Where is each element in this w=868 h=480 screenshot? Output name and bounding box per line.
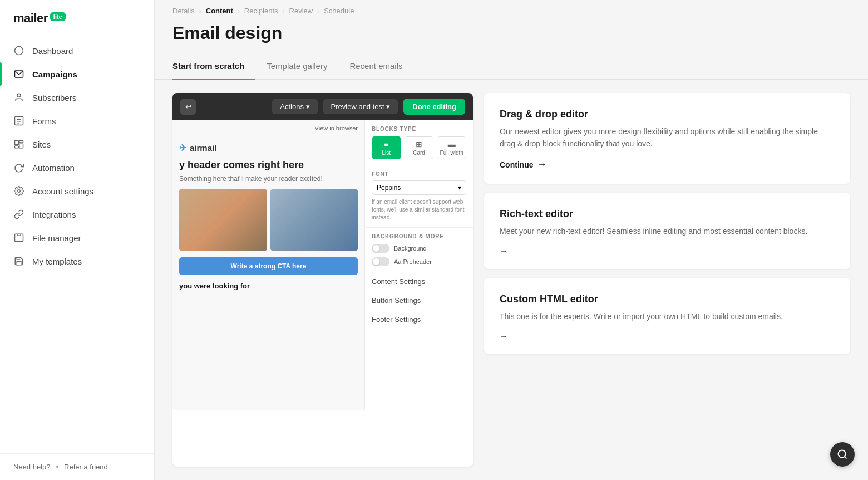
- block-card-button[interactable]: ⊞ Card: [405, 136, 434, 159]
- font-note: If an email client doesn't support web f…: [372, 198, 466, 222]
- refer-link[interactable]: Refer a friend: [64, 463, 108, 471]
- sidebar-item-my-templates[interactable]: My templates: [0, 249, 154, 273]
- logo-text: mailer: [13, 11, 48, 26]
- preview-back-button[interactable]: ↩: [180, 99, 196, 115]
- breadcrumb-sep-2: ›: [238, 7, 240, 15]
- breadcrumb-recipients[interactable]: Recipients: [244, 7, 278, 15]
- rich-text-desc: Meet your new rich-text editor! Seamless…: [500, 226, 835, 238]
- sidebar-item-account-settings[interactable]: Account settings: [0, 179, 154, 203]
- breadcrumb-review[interactable]: Review: [289, 7, 313, 15]
- custom-html-desc: This one is for the experts. Write or im…: [500, 311, 835, 323]
- email-images: [179, 189, 358, 251]
- my-templates-icon: [13, 256, 24, 267]
- svg-line-14: [845, 457, 847, 459]
- sidebar-item-label: Subscribers: [32, 93, 76, 102]
- drag-drop-desc: Our newest editor gives you more design …: [500, 126, 835, 150]
- help-link[interactable]: Need help?: [13, 463, 51, 471]
- preheader-row: Aa Preheader: [372, 257, 466, 266]
- sites-icon: [13, 139, 24, 150]
- sidebar-item-sites[interactable]: Sites: [0, 133, 154, 156]
- sidebar-item-label: My templates: [32, 257, 82, 266]
- sidebar: mailer lite Dashboard Campaigns Subscrib…: [0, 0, 155, 480]
- email-cta-button[interactable]: Write a strong CTA here: [179, 257, 358, 275]
- tab-start-from-scratch[interactable]: Start from scratch: [172, 55, 255, 80]
- rich-text-editor-card[interactable]: Rich-text editor Meet your new rich-text…: [484, 193, 850, 269]
- svg-point-0: [15, 47, 23, 55]
- block-list-label: List: [382, 150, 391, 156]
- block-list-button[interactable]: ≡ List: [372, 136, 401, 159]
- sidebar-item-integrations[interactable]: Integrations: [0, 203, 154, 226]
- dashboard-icon: [13, 45, 24, 56]
- brand-name: airmail: [190, 143, 216, 153]
- sidebar-item-label: Campaigns: [32, 70, 77, 79]
- background-toggle[interactable]: [372, 244, 389, 253]
- custom-html-editor-card[interactable]: Custom HTML editor This one is for the e…: [484, 278, 850, 354]
- breadcrumb-schedule[interactable]: Schedule: [324, 7, 354, 15]
- chevron-down-icon: ▾: [458, 184, 461, 192]
- main-content: Details › Content › Recipients › Review …: [155, 0, 868, 480]
- custom-html-title: Custom HTML editor: [500, 293, 835, 305]
- svg-rect-10: [15, 146, 19, 148]
- tab-recent-emails[interactable]: Recent emails: [338, 55, 413, 80]
- sidebar-item-label: Account settings: [32, 187, 93, 196]
- view-in-browser-link[interactable]: View in browser: [172, 120, 364, 136]
- preview-test-button[interactable]: Preview and test ▾: [323, 99, 398, 114]
- email-content: ✈ airmail y header comes right here Some…: [172, 136, 364, 290]
- sidebar-item-forms[interactable]: Forms: [0, 109, 154, 133]
- email-header-text: y header comes right here: [179, 159, 358, 172]
- sidebar-item-label: Integrations: [32, 210, 76, 219]
- preview-body: View in browser ✈ airmail y header comes…: [172, 120, 473, 410]
- sidebar-item-file-manager[interactable]: File manager: [0, 226, 154, 249]
- font-title: FONT: [372, 171, 466, 177]
- search-fab-button[interactable]: [830, 442, 855, 467]
- rich-text-continue[interactable]: →: [500, 247, 835, 256]
- sidebar-item-dashboard[interactable]: Dashboard: [0, 39, 154, 62]
- drag-drop-editor-card[interactable]: Drag & drop editor Our newest editor giv…: [484, 93, 850, 184]
- logo-badge: lite: [50, 12, 66, 21]
- preheader-toggle[interactable]: [372, 257, 389, 266]
- actions-label: Actions ▾: [280, 102, 309, 111]
- automation-icon: [13, 162, 24, 173]
- done-editing-button[interactable]: Done editing: [403, 99, 465, 115]
- email-image-1: [179, 189, 267, 251]
- page-title: Email design: [172, 23, 850, 43]
- bg-title: BACKGROUND & MORE: [372, 233, 466, 239]
- email-preview: View in browser ✈ airmail y header comes…: [172, 120, 364, 410]
- font-select[interactable]: Poppins ▾: [372, 180, 466, 195]
- drag-drop-continue[interactable]: Continue →: [500, 159, 835, 170]
- breadcrumb-content[interactable]: Content: [206, 7, 233, 15]
- brand-arrow-icon: ✈: [179, 143, 186, 153]
- background-section: BACKGROUND & MORE Background Aa Preheade…: [365, 228, 473, 272]
- actions-button[interactable]: Actions ▾: [272, 99, 317, 114]
- svg-point-11: [18, 190, 21, 193]
- breadcrumb-sep-4: ›: [317, 7, 319, 15]
- sidebar-item-campaigns[interactable]: Campaigns: [0, 62, 154, 86]
- content-settings-item[interactable]: Content Settings: [365, 272, 473, 291]
- account-settings-icon: [13, 185, 24, 197]
- sidebar-item-label: Sites: [32, 140, 51, 149]
- sidebar-item-automation[interactable]: Automation: [0, 156, 154, 179]
- settings-panel: BLOCKS TYPE ≡ List ⊞ Card ▬: [364, 120, 473, 410]
- campaigns-icon: [13, 68, 24, 80]
- footer-settings-item[interactable]: Footer Settings: [365, 310, 473, 329]
- person-image-2: [270, 189, 358, 251]
- bg-toggle-row: Background: [372, 244, 466, 253]
- sidebar-item-label: Automation: [32, 163, 75, 173]
- continue-arrow-icon: →: [537, 159, 547, 170]
- svg-point-13: [839, 450, 846, 458]
- sidebar-item-label: File manager: [32, 233, 81, 243]
- integrations-icon: [13, 209, 24, 220]
- continue-label: Continue: [500, 160, 534, 169]
- button-settings-item[interactable]: Button Settings: [365, 291, 473, 310]
- tab-template-gallery[interactable]: Template gallery: [255, 55, 338, 80]
- email-footer-text: you were looking for: [179, 282, 358, 290]
- breadcrumb-sep-3: ›: [283, 7, 285, 15]
- blocks-type-section: BLOCKS TYPE ≡ List ⊞ Card ▬: [365, 120, 473, 165]
- sidebar-item-subscribers[interactable]: Subscribers: [0, 86, 154, 109]
- footer-dot: •: [56, 463, 59, 471]
- drag-drop-title: Drag & drop editor: [500, 109, 835, 120]
- custom-html-continue[interactable]: →: [500, 332, 835, 341]
- breadcrumb-details[interactable]: Details: [172, 7, 195, 15]
- preview-panel: ↩ Actions ▾ Preview and test ▾ Done edit…: [172, 93, 473, 467]
- block-full-button[interactable]: ▬ Full width: [437, 136, 466, 159]
